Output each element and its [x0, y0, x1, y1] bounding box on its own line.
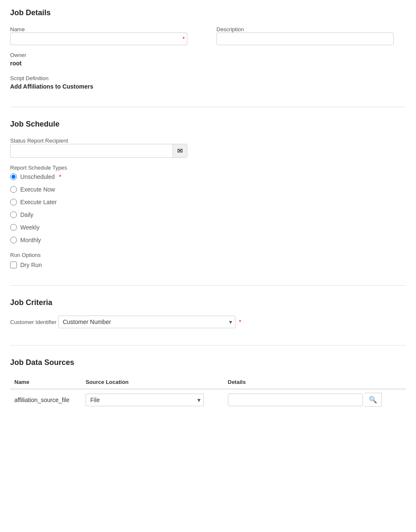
script-definition-section: Script Definition Add Affiliations to Cu…	[10, 75, 406, 90]
radio-label-weekly: Weekly	[20, 224, 40, 231]
radio-option-unscheduled[interactable]: Unscheduled *	[10, 173, 406, 180]
table-header-row: Name Source Location Details	[10, 375, 406, 389]
dry-run-label: Dry Run	[20, 262, 42, 268]
job-data-sources-section: Job Data Sources Name Source Location De…	[10, 358, 406, 410]
row-name-cell: affiliation_source_file	[10, 389, 81, 410]
radio-label-unscheduled: Unscheduled	[20, 173, 55, 180]
status-report-label: Status Report Recipient	[10, 138, 68, 144]
job-schedule-title: Job Schedule	[10, 120, 406, 129]
script-definition-value: Add Affiliations to Customers	[10, 83, 406, 90]
name-input[interactable]: Add Affiliations to Customers	[10, 32, 187, 45]
radio-option-weekly[interactable]: Weekly	[10, 224, 406, 231]
name-input-wrapper: Add Affiliations to Customers *	[10, 32, 187, 45]
report-schedule-types-group: Report Schedule Types Unscheduled * Exec…	[10, 165, 406, 245]
col-header-name: Name	[10, 375, 81, 389]
email-icon-button[interactable]: ✉	[173, 144, 187, 157]
divider-1	[10, 107, 406, 107]
customer-identifier-group: Customer Identifier Customer Number Emai…	[10, 316, 406, 328]
radio-label-execute-now: Execute Now	[20, 186, 55, 193]
description-field-col: Description	[216, 26, 406, 45]
name-label: Name	[10, 26, 25, 32]
status-report-input-wrapper: ✉	[10, 144, 187, 158]
job-data-sources-title: Job Data Sources	[10, 358, 406, 367]
unscheduled-required-star: *	[59, 173, 61, 180]
schedule-radio-group: Unscheduled * Execute Now Execute Later …	[10, 173, 406, 245]
radio-option-daily[interactable]: Daily	[10, 211, 406, 218]
name-field-col: Name Add Affiliations to Customers *	[10, 26, 200, 45]
owner-section: Owner root	[10, 52, 406, 67]
data-sources-table: Name Source Location Details affiliation…	[10, 375, 406, 410]
description-label: Description	[216, 26, 244, 32]
divider-2	[10, 285, 406, 286]
source-location-select-wrapper: File URL Database ▾	[86, 394, 204, 406]
job-details-section: Job Details Name Add Affiliations to Cus…	[10, 8, 406, 90]
radio-label-execute-later: Execute Later	[20, 199, 57, 205]
name-required-star: *	[183, 35, 185, 42]
radio-execute-later[interactable]	[10, 199, 17, 205]
row-details-cell: content/File/affiliation_source_file.csv…	[224, 389, 406, 410]
source-location-select[interactable]: File URL Database	[86, 394, 204, 406]
job-criteria-section: Job Criteria Customer Identifier Custome…	[10, 298, 406, 328]
details-input[interactable]: content/File/affiliation_source_file.csv	[228, 394, 363, 406]
dry-run-checkbox-label[interactable]: Dry Run	[10, 262, 406, 268]
radio-option-monthly[interactable]: Monthly	[10, 237, 406, 243]
radio-option-execute-later[interactable]: Execute Later	[10, 199, 406, 205]
script-definition-label: Script Definition	[10, 75, 406, 81]
run-options-label: Run Options	[10, 252, 406, 258]
col-header-details: Details	[224, 375, 406, 389]
radio-label-daily: Daily	[20, 211, 33, 218]
divider-3	[10, 345, 406, 346]
radio-daily[interactable]	[10, 211, 17, 218]
radio-weekly[interactable]	[10, 224, 17, 231]
table-row: affiliation_source_file File URL Databas…	[10, 389, 406, 410]
details-input-wrapper: content/File/affiliation_source_file.csv…	[228, 393, 402, 407]
row-source-location-cell: File URL Database ▾	[81, 389, 224, 410]
owner-label: Owner	[10, 52, 406, 58]
search-button[interactable]: 🔍	[365, 393, 382, 407]
email-icon: ✉	[177, 147, 183, 155]
customer-identifier-select-wrapper: Customer Number Email Username ▾ *	[58, 316, 235, 328]
description-input[interactable]	[216, 32, 394, 45]
radio-monthly[interactable]	[10, 237, 17, 243]
status-report-group: Status Report Recipient ✉	[10, 137, 406, 158]
job-schedule-section: Job Schedule Status Report Recipient ✉ R…	[10, 120, 406, 268]
report-schedule-types-label: Report Schedule Types	[10, 165, 406, 171]
customer-identifier-required-star: *	[239, 319, 241, 325]
search-icon: 🔍	[369, 396, 377, 404]
owner-value: root	[10, 60, 406, 67]
job-criteria-title: Job Criteria	[10, 298, 406, 307]
customer-identifier-select[interactable]: Customer Number Email Username	[58, 316, 235, 328]
radio-unscheduled[interactable]	[10, 173, 17, 180]
radio-option-execute-now[interactable]: Execute Now	[10, 186, 406, 193]
radio-label-monthly: Monthly	[20, 237, 41, 243]
dry-run-checkbox[interactable]	[10, 262, 17, 268]
table-body: affiliation_source_file File URL Databas…	[10, 389, 406, 410]
name-description-row: Name Add Affiliations to Customers * Des…	[10, 26, 406, 45]
col-header-source-location: Source Location	[81, 375, 224, 389]
run-options-group: Run Options Dry Run	[10, 252, 406, 268]
radio-execute-now[interactable]	[10, 186, 17, 193]
status-report-input[interactable]	[11, 145, 173, 157]
customer-identifier-label: Customer Identifier	[10, 319, 57, 325]
table-header: Name Source Location Details	[10, 375, 406, 389]
job-details-title: Job Details	[10, 8, 406, 17]
